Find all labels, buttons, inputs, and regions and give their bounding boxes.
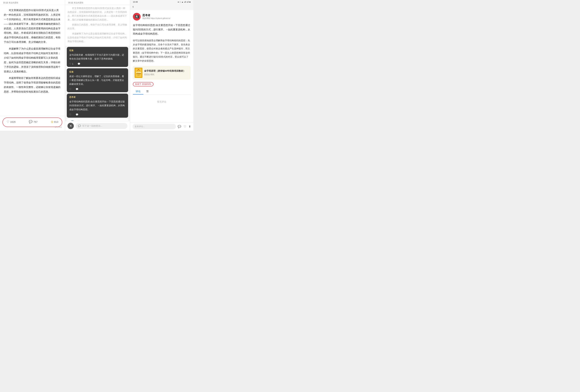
book-info: 金字塔原理（麦肯锡40年经典培训教材） 芭芭拉·明托	[144, 69, 185, 76]
card-actions-2: ♡ 💬	[69, 88, 126, 91]
card-heart-icon-3: ♡	[69, 113, 71, 116]
mid-para-2: 把握自己的思想，有助于自己写出条理清晰、意义明确的文章。	[67, 23, 128, 31]
mid-para-1: 对文章阐述的思想作出疑问/回答式反应是人类的一种自然反应，没有国籍和民族的区别。…	[67, 6, 128, 22]
card-actions-1: ♡ 1 💬	[69, 63, 126, 65]
share-button[interactable]: ⊙ 813	[48, 119, 61, 125]
status-wifi-icon: ▲	[181, 1, 183, 3]
mid-comments: 征途 这句话很关键，给我指明了不光只是学习沟通方面，还有在生活处理琐事方面，提供…	[65, 46, 130, 121]
like-button[interactable]: ♡ 1626	[4, 119, 18, 125]
book-cover: 金字塔原理 麦肯锡	[135, 68, 142, 78]
footer-comment-icon[interactable]: 💬	[178, 125, 181, 128]
card-comment-icon-1: 💬	[78, 63, 80, 65]
svg-text:金字塔原理: 金字塔原理	[136, 73, 141, 74]
card-comment-2[interactable]: 💬	[76, 88, 78, 91]
card-like-2[interactable]: ♡	[69, 88, 71, 91]
mid-article-dim: 对文章阐述的思想作出疑问/回答式反应是人类的一种自然反应，没有国籍和民族的区别。…	[65, 5, 130, 46]
status-signal1-icon: ull	[184, 1, 186, 3]
book-author: 芭芭拉·明托	[144, 73, 185, 76]
comment-icon: 💬	[29, 120, 32, 124]
left-header: 第1篇 表达的逻辑	[0, 0, 65, 5]
thought-placeholder: 写下这一刻的想法...	[82, 124, 103, 127]
share-icon: ⊙	[51, 120, 53, 124]
footer-heart-icon[interactable]: ♡	[184, 125, 186, 128]
card-author-2: 征途	[69, 70, 126, 73]
thought-icon: 💬	[78, 124, 81, 127]
mid-panel: 第1篇 表达的逻辑 对文章阐述的思想作出疑问/回答式反应是人类的一种自然反应，没…	[65, 0, 130, 131]
book-card[interactable]: 金字塔原理 麦肯锡 金字塔原理（麦肯锡40年经典培训教材） 芭芭拉·明托	[133, 66, 190, 80]
left-panel: 第1篇 表达的逻辑 对文章阐述的思想作出疑问/回答式反应是人类的一种自然反应，没…	[0, 0, 65, 131]
commenter-gongyi: 🏔 龚毅 其实基本上人人都需要，尤其是职场的每一个人。基本的职业化素养。	[67, 119, 128, 121]
left-content: 对文章阐述的思想作出疑问/回答式反应是人类的一种自然反应，没有国籍和民族的区别。…	[0, 5, 65, 116]
card-actions-3: ♡ 💬	[69, 113, 126, 116]
right-footer: 发表评论... 💬 ♡ ⬆	[130, 122, 193, 131]
post-body: 你可以很容易地使受众理解用金字塔结构组织的思想：先从金字塔的最顶端开始，沿各个分…	[133, 38, 190, 63]
comment-card-3: 思考者 金字塔结构组织思想:由主要思想开始→下层思想通过疑问/回答的方式，进行展…	[67, 94, 128, 117]
card-comment-1[interactable]: 💬	[78, 63, 80, 65]
comment-button[interactable]: 💬 767	[26, 119, 40, 125]
author-avatar: 🏴‍☠️	[133, 13, 141, 20]
para-3: 本篇将帮助你了解如何将要表达的思想组织成金字塔结构，说明了使用金字塔原理能够检查…	[4, 76, 61, 94]
author-name: 思考者	[142, 14, 170, 17]
status-signal2-icon: ull	[187, 1, 189, 3]
right-content: 🏴‍☠️ 思考者 我的博客:https://sykent.github.io/ …	[130, 10, 193, 122]
card-author-3: 思考者	[69, 96, 126, 99]
tab-likes[interactable]: 赞	[144, 89, 151, 95]
svg-text:麦肯锡: 麦肯锡	[138, 75, 140, 76]
card-comment-icon-3: 💬	[76, 113, 78, 116]
page-indicator: 17 / 414	[0, 126, 65, 128]
book-cover-svg: 金字塔原理 麦肯锡	[135, 68, 142, 78]
status-battery-icon: □	[180, 1, 181, 3]
author-blog: 我的博客:https://sykent.github.io/	[142, 17, 170, 20]
share-count: 813	[54, 120, 58, 123]
card-text-2: 表述一些让大家听进去，理解了，记住的东西很难，看一看是否能够让受众心头一震，引起…	[69, 75, 126, 86]
card-text-1: 这句话很关键，给我指明了不光只是学习沟通方面，还有在生活处理琐事方面，提供了思考…	[69, 53, 126, 61]
post-title: 金字塔结构组织思想:由主要思想开始→下层思想通过疑问/回答的方式，进行展开。→如…	[133, 23, 190, 36]
para-2: 本篇解释了为什么受众最容易理解和记住金字塔结构，以及组成金字塔的子结构之间如何互…	[4, 47, 61, 74]
card-heart-icon-1: ♡	[69, 63, 71, 65]
tab-comments[interactable]: 评论	[133, 89, 144, 95]
article-text: 对文章阐述的思想作出疑问/回答式反应是人类的一种自然反应，没有国籍和民族的区别。…	[4, 8, 61, 94]
card-like-1[interactable]: ♡ 1	[69, 63, 73, 65]
mid-bottom-bar: ✕ 💬 写下这一刻的想法...	[65, 121, 130, 131]
close-button[interactable]: ✕	[67, 123, 74, 129]
status-battery2-icon: ■	[189, 1, 190, 3]
back-button[interactable]: ‹	[133, 4, 134, 9]
card-heart-icon-2: ♡	[69, 88, 71, 91]
tabs-row: 评论 赞	[133, 89, 190, 95]
card-like-3[interactable]: ♡	[69, 113, 71, 116]
footer-share-icon[interactable]: ⬆	[189, 125, 191, 128]
comment-count: 767	[33, 120, 37, 123]
comment-input[interactable]: 发表评论...	[133, 124, 176, 129]
footer-icons: 💬 ♡ ⬆	[178, 125, 191, 128]
status-icons: ● □ ▲ ull ull ■	[178, 1, 190, 3]
action-bar: ♡ 1626 💬 767 ⊙ 813	[0, 118, 65, 125]
like-count: 1626	[10, 120, 16, 123]
thought-input[interactable]: 💬 写下这一刻的想法...	[76, 123, 128, 129]
status-bar: 10:48 ● □ ▲ ull ull ■	[130, 0, 193, 4]
status-dot-icon: ●	[178, 1, 179, 3]
comment-card-2: 征途 表述一些让大家听进去，理解了，记住的东西很难，看一看是否能够让受众心头一震…	[67, 68, 128, 92]
no-comments: 暂无评论	[133, 97, 190, 107]
card-like-count-1: 1	[72, 63, 73, 65]
status-time: 10:48	[133, 1, 138, 3]
card-comment-3[interactable]: 💬	[76, 113, 78, 116]
para-1: 对文章阐述的思想作出疑问/回答式反应是人类的一种自然反应，没有国籍和民族的区别。…	[4, 8, 61, 44]
post-date: 发表于 2018/3/31	[133, 82, 153, 87]
author-row: 🏴‍☠️ 思考者 我的博客:https://sykent.github.io/	[133, 13, 190, 20]
mid-para-3: 本篇解释了为什么受众最容易理解和记住金字塔结构，以及组成金字塔的子结构之间如何互…	[67, 32, 128, 43]
author-info: 思考者 我的博客:https://sykent.github.io/	[142, 14, 170, 20]
right-nav: ‹	[130, 4, 193, 10]
mid-header: 第1篇 表达的逻辑	[65, 0, 130, 5]
card-comment-icon-2: 💬	[76, 88, 78, 91]
book-title: 金字塔原理（麦肯锡40年经典培训教材）	[144, 69, 185, 73]
left-footer: ♡ 1626 💬 767 ⊙ 813 17 / 414	[0, 116, 65, 131]
right-panel: 10:48 ● □ ▲ ull ull ■ ‹ 🏴‍☠️ 思考者 我的博客:ht…	[130, 0, 193, 131]
comment-card-1: 征途 这句话很关键，给我指明了不光只是学习沟通方面，还有在生活处理琐事方面，提供…	[67, 47, 128, 67]
card-author-1: 征途	[69, 49, 126, 52]
heart-icon: ♡	[7, 120, 9, 124]
card-text-3: 金字塔结构组织思想:由主要思想开始→下层思想通过疑问/回答的方式，进行展开。→如…	[69, 100, 126, 111]
